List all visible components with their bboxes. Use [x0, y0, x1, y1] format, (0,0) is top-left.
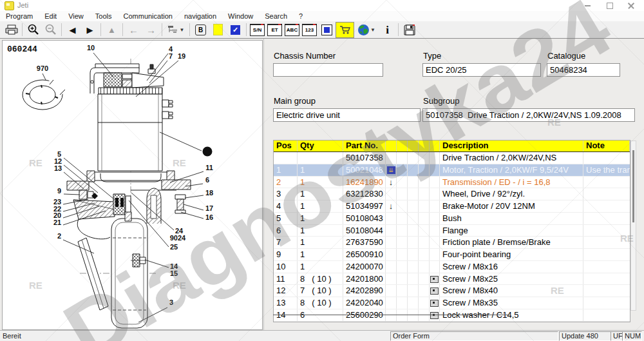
column-header-blank[interactable]: [408, 141, 419, 151]
column-header-blank[interactable]: [430, 141, 440, 151]
photo-icon[interactable]: [430, 300, 439, 307]
table-row-group[interactable]: 50107358Drive Traction / 2,0KW/24V,NS: [274, 152, 630, 164]
forward-button[interactable]: ▶: [81, 23, 99, 37]
table-row-pos-9[interactable]: 9126500910Four-point bearing: [274, 249, 630, 261]
bold-b-button[interactable]: B: [192, 23, 209, 37]
cell-part-no: 50108043: [343, 213, 386, 224]
info-button[interactable]: i: [379, 23, 396, 37]
numeric-book-button[interactable]: 123: [301, 23, 318, 37]
diagram-panel[interactable]: 060244 970104719151213923222021211618171…: [2, 40, 263, 330]
callout-leader-9: [64, 194, 80, 195]
catalogue-field[interactable]: 50468234: [547, 63, 620, 77]
et-book-button[interactable]: ET: [266, 23, 283, 37]
table-row-pos-13[interactable]: 138( 10 )24202040Screw / M8x35: [274, 297, 630, 309]
abc-book-button[interactable]: ABC: [283, 23, 301, 37]
menu-item-edit[interactable]: Edit: [39, 12, 62, 21]
table-row-pos-12[interactable]: 127( 10 )24202890Screw / M8x40: [274, 285, 630, 297]
cell-note: [583, 261, 630, 273]
cell-pos: 6: [274, 225, 298, 237]
column-header-blank[interactable]: [386, 141, 397, 151]
column-header-note[interactable]: Note: [583, 141, 630, 151]
serial-number-book-button[interactable]: S/N: [249, 23, 266, 37]
language-button[interactable]: ▼: [354, 23, 379, 37]
photo-icon[interactable]: [430, 287, 439, 295]
order-cart-button[interactable]: [336, 22, 354, 38]
cell-blank: [408, 213, 419, 224]
callout-label-970: 970: [37, 64, 48, 72]
cell-blank: [408, 249, 419, 260]
back-icon: ◀: [70, 26, 76, 34]
column-header-blank[interactable]: [397, 141, 408, 151]
cell-blank: [408, 200, 419, 212]
column-header-blank[interactable]: [419, 141, 430, 151]
save-button[interactable]: [401, 23, 418, 37]
table-row-pos-5[interactable]: 5150108043Bush: [274, 213, 630, 225]
callout-label-9: 9: [57, 187, 61, 195]
cell-photo: [430, 177, 440, 188]
main-group-field[interactable]: Electric drive unit: [273, 108, 421, 122]
up-level-button[interactable]: ▲: [103, 23, 120, 37]
table-row-pos-4[interactable]: 4151034997↓Brake-Motor / 20V 12NM: [274, 200, 630, 213]
cell-photo: [430, 225, 440, 237]
cell-note: [583, 225, 630, 237]
column-header-partno[interactable]: Part No.: [343, 141, 386, 151]
end-of-list-line: [273, 315, 509, 315]
down-arrow-icon[interactable]: ↓: [389, 177, 393, 187]
subgroup-field[interactable]: 50107358 Drive Traction / 2,0KW/24V,NS 1…: [422, 108, 635, 122]
photo-icon[interactable]: [430, 312, 439, 319]
column-header-qty[interactable]: Qty: [298, 141, 343, 151]
close-button[interactable]: [623, 2, 639, 10]
minimize-button[interactable]: [580, 2, 595, 10]
cell-blank: [419, 249, 430, 260]
table-row-pos-14[interactable]: 14625600290Lock washer / C14,5: [274, 309, 630, 322]
callout-leader-17: [184, 204, 204, 210]
callout-label-10: 10: [87, 44, 95, 52]
callout-leader-970: [43, 73, 46, 80]
previous-button[interactable]: ←: [125, 23, 142, 37]
menu-item-program[interactable]: Program: [0, 12, 39, 21]
replacement-link-icon[interactable]: ⇊: [387, 166, 395, 174]
zoom-in-button[interactable]: [24, 23, 42, 37]
menu-item-help[interactable]: ?: [293, 12, 308, 21]
maximize-button[interactable]: [602, 2, 618, 10]
detail-panel: Chassis Number Type EDC 20/25 Catalogue …: [264, 39, 644, 330]
table-row-pos-3[interactable]: 3163212830Wheel, Drive / 92°/zyl.: [274, 188, 630, 200]
cell-blank: [397, 200, 408, 212]
type-field[interactable]: EDC 20/25: [422, 63, 541, 77]
print-button[interactable]: [3, 23, 20, 37]
scrollbar-thumb[interactable]: [632, 150, 634, 222]
table-row-pos-6[interactable]: 6150108044Flange: [274, 225, 630, 237]
cell-photo: [430, 261, 440, 273]
menu-item-view[interactable]: View: [62, 12, 90, 21]
next-button[interactable]: →: [142, 23, 160, 37]
down-arrow-icon[interactable]: ↓: [389, 201, 393, 211]
chassis-number-field[interactable]: [273, 63, 383, 77]
photo-icon[interactable]: [430, 276, 439, 283]
back-button[interactable]: ◀: [64, 23, 81, 37]
menu-item-search[interactable]: Search: [259, 12, 293, 21]
table-row-pos-1[interactable]: 1150021048⇊Motor, Traction / 2,0KW/F 9,5…: [274, 164, 630, 177]
menu-item-window[interactable]: Window: [222, 12, 259, 21]
table-scrollbar[interactable]: [630, 141, 636, 311]
checkmark-button[interactable]: ✓: [227, 23, 244, 37]
zoom-out-button[interactable]: [42, 23, 59, 37]
column-header-description[interactable]: Description: [440, 141, 583, 151]
table-row-pos-10[interactable]: 10124200070Screw / M8x16: [274, 261, 630, 273]
zoom-in-icon: [28, 24, 39, 35]
catalog-disk-button[interactable]: [318, 23, 336, 37]
abc-book-icon: ABC: [285, 24, 299, 36]
table-row-pos-7[interactable]: 7127637590Friction plate / Bremse/Brake: [274, 237, 630, 249]
chevron-down-icon: ▼: [370, 27, 375, 33]
column-header-pos[interactable]: Pos: [274, 141, 298, 151]
menu-item-navigation[interactable]: navigation: [178, 12, 222, 21]
cell-flag: [386, 152, 397, 164]
tree-view-button[interactable]: ▼: [164, 23, 187, 37]
highlight-button[interactable]: [209, 23, 227, 37]
numeric-book-icon: 123: [302, 24, 317, 36]
menu-item-tools[interactable]: Tools: [90, 12, 118, 21]
callout-label-7: 7: [169, 52, 173, 60]
callout-label-15: 15: [170, 269, 178, 277]
table-row-pos-2[interactable]: 2116241890↓Transmission / ED - / i = 16,…: [274, 177, 630, 189]
table-row-pos-11[interactable]: 118( 10 )24201800Screw / M8x25: [274, 273, 630, 286]
menu-item-communication[interactable]: Communication: [118, 12, 178, 21]
